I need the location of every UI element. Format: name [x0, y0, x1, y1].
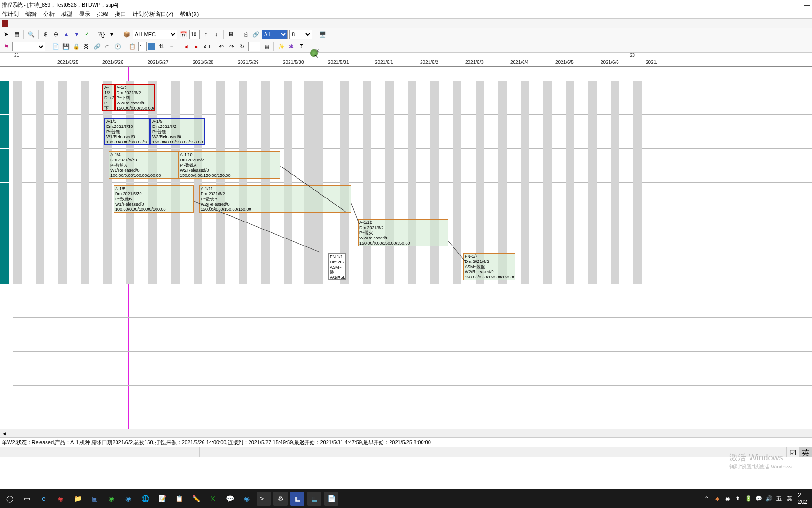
- tool2-select[interactable]: [12, 42, 45, 51]
- explorer-icon[interactable]: 📁: [70, 492, 85, 506]
- app7-icon[interactable]: ⚙: [273, 492, 288, 506]
- edge-icon[interactable]: ◉: [121, 492, 135, 506]
- menu-planwin[interactable]: 计划分析窗口(Z): [133, 10, 173, 17]
- menu-display[interactable]: 显示: [79, 10, 90, 17]
- timeline-header[interactable]: 21 23 2021/5/252021/5/262021/5/272021/5/…: [0, 53, 812, 67]
- tool-cal-icon[interactable]: 📅: [179, 30, 187, 39]
- tool2-doc-icon[interactable]: 📄: [51, 42, 60, 51]
- taskview-button[interactable]: ▭: [20, 492, 34, 506]
- tool2-undo-icon[interactable]: ↶: [217, 42, 226, 51]
- tool-copy-icon[interactable]: ⎘: [241, 30, 250, 39]
- hl-select-2[interactable]: 8: [289, 30, 312, 39]
- tray-up-icon[interactable]: ⌃: [703, 495, 710, 502]
- tool2-tag-icon[interactable]: 🏷: [203, 42, 211, 51]
- gantt-bar-a111[interactable]: A-1/11 Dm:2021/6/2 P~数铣B W2/Released/0 1…: [199, 185, 351, 213]
- tray-lang2[interactable]: 英: [786, 495, 793, 502]
- tool-down-icon[interactable]: ▼: [72, 30, 81, 39]
- resource-row-5[interactable]: [0, 216, 9, 250]
- menu-edit[interactable]: 编辑: [25, 10, 37, 17]
- tool-check-icon[interactable]: ✓: [83, 30, 91, 39]
- gantt-bar-fn17[interactable]: FN-1/7 Dm:2021/6/2 ASM~装配 W2/Released/0 …: [463, 253, 515, 280]
- gantt-bar-a15[interactable]: A-1/5 Dm:2021/5/30 P~数铣B W1/Released/0 1…: [114, 185, 194, 213]
- tool-link-icon[interactable]: 🔗: [251, 30, 260, 39]
- tool2-chain-icon[interactable]: ⛓: [82, 42, 91, 51]
- gantt-bar-fn11[interactable]: FN-1/1 Dm:2021 ASM~装 W1/Rele 100.00/: [328, 253, 346, 280]
- tool2-num[interactable]: [248, 42, 260, 51]
- gantt-bar-a19[interactable]: A-1/9 Dm:2021/6/2 P~普铣 W2/Released/0 150…: [150, 118, 205, 145]
- menu-help[interactable]: 帮助(X): [180, 10, 199, 17]
- tool-up-icon[interactable]: ▲: [62, 30, 70, 39]
- menu-plan[interactable]: 作计划: [2, 10, 19, 17]
- chrome-icon[interactable]: 🌐: [138, 492, 152, 506]
- app3-icon[interactable]: ◉: [104, 492, 118, 506]
- tray-icon[interactable]: ◉: [724, 495, 731, 502]
- resource-row-4[interactable]: [0, 183, 9, 216]
- tool-search-icon[interactable]: 🔍: [27, 30, 35, 39]
- tray-icon[interactable]: 🔋: [744, 495, 752, 502]
- tool2-star-icon[interactable]: ✱: [287, 42, 296, 51]
- tool-grid-icon[interactable]: ▦: [12, 30, 21, 39]
- gantt-bar-a110[interactable]: A-1/10 Dm:2021/6/2 P~数铣A W2/Released/0 1…: [179, 151, 280, 179]
- tool-info-icon[interactable]: ?{}: [97, 30, 106, 39]
- gantt-bar-a18[interactable]: A-1/8 Dm:2021/6/2 P~下料 W2/Released/0 150…: [115, 84, 155, 111]
- tool2-lock-icon[interactable]: 🔒: [72, 42, 80, 51]
- gantt-chart[interactable]: A-1/2 Dm:20 P~下 W1/R 100.0 A-1/8 Dm:2021…: [0, 67, 812, 429]
- status-lang[interactable]: 英: [799, 447, 812, 457]
- app-icon[interactable]: ◉: [54, 492, 68, 506]
- cmd-icon[interactable]: >_: [257, 492, 271, 506]
- tray-lang1[interactable]: 五: [775, 495, 783, 502]
- tray-icon[interactable]: 💬: [755, 495, 762, 502]
- tray-volume-icon[interactable]: 🔊: [765, 495, 773, 502]
- tool2-wand-icon[interactable]: ✨: [277, 42, 285, 51]
- tool2-flag-icon[interactable]: ⚑: [2, 42, 10, 51]
- excel-icon[interactable]: X: [206, 492, 220, 506]
- hl-select-1[interactable]: All: [262, 30, 288, 39]
- minimize-button[interactable]: —: [804, 1, 810, 8]
- tool-screen-icon[interactable]: 🖥: [226, 30, 235, 39]
- tool2-redo2-icon[interactable]: ↻: [238, 42, 246, 51]
- tool-box-icon[interactable]: 📦: [122, 30, 131, 39]
- ie-icon[interactable]: e: [37, 492, 51, 506]
- notepad-icon[interactable]: 📝: [155, 492, 169, 506]
- menu-schedule[interactable]: 排程: [97, 10, 108, 17]
- tool-zoomout-icon[interactable]: ⊖: [52, 30, 60, 39]
- resource-row-3[interactable]: [0, 149, 9, 183]
- tool2-updown-icon[interactable]: ⇅: [157, 42, 165, 51]
- record-icon[interactable]: [2, 20, 8, 27]
- menu-model[interactable]: 模型: [61, 10, 72, 17]
- tool2-minus-icon[interactable]: −: [167, 42, 176, 51]
- tool-dropdown-icon[interactable]: ▾: [108, 30, 116, 39]
- app8-icon[interactable]: ▦: [290, 492, 304, 506]
- gantt-bar-a12[interactable]: A-1/2 Dm:20 P~下 W1/R 100.0: [102, 84, 115, 111]
- app10-icon[interactable]: 📄: [324, 492, 338, 506]
- app9-icon[interactable]: ▦: [307, 492, 321, 506]
- tray-clock[interactable]: 2202: [796, 495, 809, 502]
- tool2-link2-icon[interactable]: 🔗: [93, 42, 101, 51]
- tray-icon[interactable]: ◆: [713, 495, 721, 502]
- tool2-oval-icon[interactable]: ⬭: [103, 42, 111, 51]
- h-scrollbar[interactable]: ◄: [0, 429, 812, 437]
- tray-icon[interactable]: ⬆: [734, 495, 742, 502]
- tool2-save-icon[interactable]: 💾: [62, 42, 70, 51]
- tool2-redo-icon[interactable]: ↷: [227, 42, 236, 51]
- tool2-clock-icon[interactable]: 🕐: [113, 42, 122, 51]
- gantt-bar-a14[interactable]: A-1/4 Dm:2021/5/30 P~数铣A W1/Released/0 1…: [109, 151, 179, 179]
- resource-row-6[interactable]: [0, 250, 9, 284]
- scroll-left-icon[interactable]: ◄: [0, 431, 8, 436]
- tool-down2-icon[interactable]: ↓: [212, 30, 220, 39]
- tool2-sigma-icon[interactable]: Σ: [297, 42, 306, 51]
- menu-interface[interactable]: 接口: [115, 10, 126, 17]
- tool-arrow-icon[interactable]: ➤: [2, 30, 10, 39]
- wechat-icon[interactable]: 💬: [223, 492, 237, 506]
- menu-analyze[interactable]: 分析: [43, 10, 55, 17]
- resource-row-1[interactable]: [0, 81, 9, 115]
- tool2-doc2-icon[interactable]: 📋: [128, 42, 136, 51]
- tool2-grid2-icon[interactable]: ▦: [262, 42, 271, 51]
- gantt-bar-a13[interactable]: A-1/3 Dm:2021/5/30 P~普铣 W1/Released/0 10…: [104, 118, 150, 145]
- app5-icon[interactable]: ✏️: [189, 492, 203, 506]
- app6-icon[interactable]: ◉: [240, 492, 254, 506]
- resource-row-2[interactable]: [0, 115, 9, 149]
- spin-input[interactable]: [138, 42, 147, 51]
- mec-select[interactable]: ALLMEC: [133, 30, 177, 39]
- status-checkbox[interactable]: ☑: [787, 447, 799, 457]
